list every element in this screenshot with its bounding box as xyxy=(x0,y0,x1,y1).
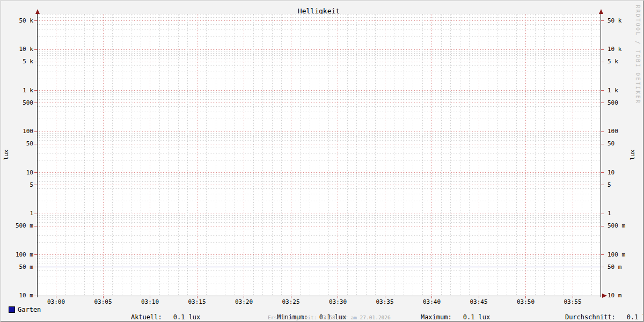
gridline-v-minor xyxy=(225,14,225,296)
gridline-v-minor xyxy=(591,14,592,296)
stat-aktuell-label: Aktuell: xyxy=(131,313,162,321)
rrdtool-graph: Helligkeit RRDTOOL / TOBI OETIKER lux lu… xyxy=(0,0,644,322)
y-axis-tick-right xyxy=(601,103,604,103)
gridline-v-major xyxy=(525,14,526,296)
y-axis-label-right: lux xyxy=(629,144,636,166)
y-axis-label-left: lux xyxy=(3,144,10,166)
x-tick-label: 03:30 xyxy=(322,299,354,305)
gridline-v-minor xyxy=(310,14,310,296)
gridline-v-major xyxy=(103,14,104,296)
gridline-v-minor xyxy=(187,14,188,296)
y-tick-label-right: 50 k xyxy=(608,18,622,24)
y-axis-tick-right xyxy=(601,144,604,144)
y-tick-label-left: 50 k xyxy=(5,18,33,24)
stat-maximum-value: 0.1 lux xyxy=(463,313,491,321)
y-axis-tick-right xyxy=(601,267,604,267)
y-axis-tick-right xyxy=(601,62,604,62)
y-tick-label-left: 1 xyxy=(5,210,33,217)
y-axis-tick-right xyxy=(601,254,604,255)
gridline-v-minor xyxy=(131,14,131,296)
gridline-v-major xyxy=(56,14,56,296)
y-tick-label-right: 50 m xyxy=(608,264,622,270)
gridline-v-minor xyxy=(516,14,517,296)
y-axis-tick-right xyxy=(601,185,604,185)
stat-aktuell-value: 0.1 lux xyxy=(173,313,201,321)
stat-durchschnitt-value: 0.1 lux xyxy=(627,313,644,321)
gridline-v-minor xyxy=(262,14,263,296)
x-tick-label: 03:45 xyxy=(463,299,495,305)
y-tick-label-right: 100 m xyxy=(608,252,625,258)
y-tick-label-right: 100 xyxy=(608,128,618,135)
gridline-v-minor xyxy=(413,14,413,296)
gridline-v-minor xyxy=(75,14,75,296)
gridline-v-major xyxy=(573,14,573,296)
gridline-v-minor xyxy=(347,14,348,296)
x-tick-label: 03:10 xyxy=(134,299,166,305)
stat-maximum: Maximum:0.1 lux xyxy=(405,306,490,322)
y-tick-label-right: 10 xyxy=(608,170,614,176)
y-axis-tick-right xyxy=(601,172,604,173)
y-tick-label-right: 10 k xyxy=(608,46,622,53)
y-tick-label-left: 50 m xyxy=(5,264,33,270)
gridline-v-minor xyxy=(554,14,554,296)
x-tick-label: 03:15 xyxy=(181,299,213,305)
creation-timestamp: Erstellungszeit: 03:58 Uhr am 27.01.2026 xyxy=(268,314,391,320)
y-tick-label-left: 1 k xyxy=(5,87,33,94)
y-axis-left-line xyxy=(37,12,38,297)
gridline-v-minor xyxy=(356,14,357,296)
y-tick-label-right: 500 m xyxy=(608,223,625,229)
x-tick-label: 03:35 xyxy=(369,299,401,305)
legend-series-label: Garten xyxy=(18,306,41,313)
gridline-v-minor xyxy=(272,14,273,296)
y-tick-label-left: 10 m xyxy=(5,292,33,299)
gridline-v-minor xyxy=(112,14,113,296)
x-tick-label: 03:20 xyxy=(228,299,260,305)
y-axis-tick-right xyxy=(601,131,604,132)
gridline-v-minor xyxy=(507,14,507,296)
y-axis-tick-right xyxy=(601,90,604,91)
gridline-v-minor xyxy=(122,14,122,296)
x-tick-label: 03:40 xyxy=(416,299,448,305)
gridline-v-minor xyxy=(178,14,179,296)
legend-color-swatch xyxy=(9,306,15,313)
y-tick-label-right: 500 xyxy=(608,100,618,106)
gridline-v-minor xyxy=(460,14,460,296)
gridline-v-minor xyxy=(235,14,235,296)
stat-durchschnitt-label: Durchschnitt: xyxy=(565,313,616,321)
stat-durchschnitt: Durchschnitt:0.1 lux xyxy=(550,306,644,322)
gridline-v-minor xyxy=(450,14,451,296)
y-tick-label-left: 5 k xyxy=(5,58,33,65)
rrdtool-watermark: RRDTOOL / TOBI OETIKER xyxy=(635,5,641,104)
y-tick-label-right: 1 k xyxy=(608,87,618,94)
gridline-v-minor xyxy=(253,14,254,296)
y-tick-label-left: 500 m xyxy=(5,223,33,229)
gridline-v-major xyxy=(244,14,244,296)
series-line-garten xyxy=(38,267,601,268)
gridline-v-major xyxy=(338,14,338,296)
x-tick-label: 03:00 xyxy=(40,299,72,305)
gridline-v-minor xyxy=(206,14,207,296)
gridline-v-minor xyxy=(159,14,160,296)
gridline-v-major xyxy=(385,14,385,296)
y-tick-label-left: 10 k xyxy=(5,46,33,53)
gridline-v-minor xyxy=(488,14,488,296)
x-tick-label: 03:50 xyxy=(510,299,542,305)
gridline-v-minor xyxy=(281,14,282,296)
y-axis-right-line xyxy=(601,12,601,297)
gridline-v-minor xyxy=(582,14,582,296)
y-tick-label-left: 10 xyxy=(5,170,33,176)
gridline-v-minor xyxy=(319,14,319,296)
y-tick-label-right: 1 xyxy=(608,210,611,217)
gridline-v-minor xyxy=(394,14,394,296)
y-tick-label-right: 10 m xyxy=(608,292,622,299)
gridline-v-minor xyxy=(47,14,47,296)
y-axis-left-arrow-icon xyxy=(35,9,40,14)
y-tick-label-right: 50 xyxy=(608,141,614,147)
gridline-v-major xyxy=(197,14,197,296)
stat-aktuell: Aktuell:0.1 lux xyxy=(115,306,200,322)
gridline-v-minor xyxy=(169,14,169,296)
gridline-v-minor xyxy=(300,14,301,296)
gridline-v-minor xyxy=(216,14,216,296)
gridline-v-major xyxy=(479,14,479,296)
x-tick-label: 03:55 xyxy=(557,299,589,305)
